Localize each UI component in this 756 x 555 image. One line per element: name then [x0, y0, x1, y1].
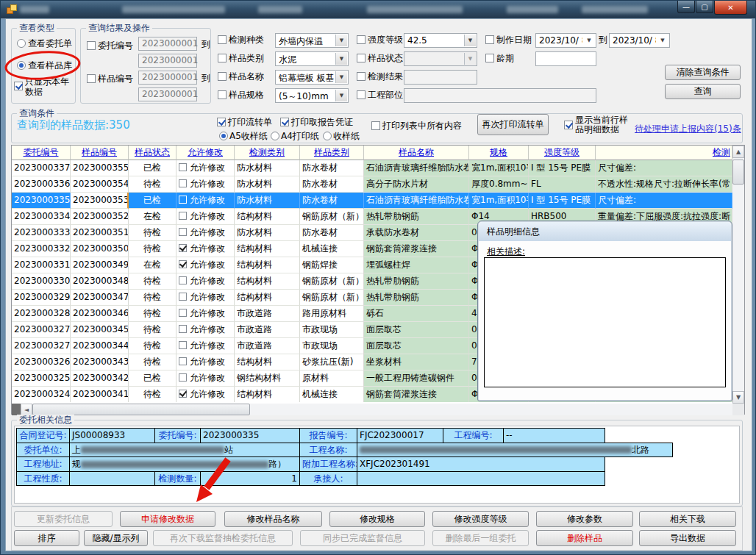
- allow-edit-checkbox[interactable]: [179, 325, 187, 333]
- checkbox-weituo-no[interactable]: [87, 41, 96, 50]
- cell-yplb[interactable]: 市政现场: [300, 322, 364, 338]
- cell-yangpin[interactable]: 2023000341: [71, 387, 129, 402]
- allow-edit-checkbox[interactable]: [179, 228, 187, 236]
- title-bar[interactable]: — ▢ ✕: [1, 1, 756, 18]
- cell-yangpin[interactable]: 2023000352: [71, 209, 129, 225]
- cell-yangpin[interactable]: 2023000353: [71, 193, 129, 209]
- cell-param[interactable]: 尺寸偏差:: [596, 160, 732, 176]
- table-row[interactable]: 20230003352023000353已检允许修改防水材料防水卷材石油沥青玻璃…: [12, 193, 732, 209]
- cell-allow[interactable]: 允许修改: [176, 354, 235, 370]
- checkbox-jiance-jieguo[interactable]: [357, 72, 365, 81]
- cell-name[interactable]: 承载防水卷材: [364, 225, 469, 241]
- allow-edit-checkbox[interactable]: [179, 309, 187, 317]
- table-row[interactable]: 20230003372023000355已检允许修改防水材料防水卷材石油沥青玻璃…: [12, 160, 732, 176]
- cell-yplb[interactable]: 钢筋原材（新）: [300, 290, 364, 306]
- cell-weituo[interactable]: 2023000334: [12, 209, 71, 225]
- cell-allow[interactable]: 允许修改: [176, 370, 235, 387]
- cell-yplb[interactable]: 砂浆抗压(新): [300, 354, 364, 370]
- cell-status[interactable]: 已检: [129, 193, 176, 209]
- checkbox-gongcheng-buwei[interactable]: [357, 90, 365, 99]
- checkbox-show-detail[interactable]: [564, 121, 573, 129]
- cell-name[interactable]: 坐浆材料: [364, 354, 469, 370]
- cell-status[interactable]: 已检: [129, 160, 176, 176]
- cell-jclb[interactable]: 结构材料: [235, 290, 300, 306]
- cell-name[interactable]: 一般工程用铸造碳钢件: [364, 370, 469, 387]
- cell-status[interactable]: 待检: [129, 354, 176, 370]
- cell-yangpin[interactable]: 2023000344: [71, 338, 129, 354]
- cell-yplb[interactable]: 钢筋原材（新）: [300, 273, 364, 290]
- cell-weituo[interactable]: 2023000329: [12, 290, 71, 306]
- cell-weituo[interactable]: 2023000337: [12, 160, 71, 176]
- input-yangpin-from[interactable]: 2023000001: [138, 71, 197, 85]
- cell-jclb[interactable]: 结构材料: [235, 387, 300, 402]
- column-header-grade[interactable]: 强度等级: [529, 146, 596, 160]
- cell-name[interactable]: 面层取芯: [364, 338, 469, 354]
- combo-yangpin-guige[interactable]: (5～10)mm▼: [275, 88, 349, 103]
- input-weituo-to[interactable]: 2023000001: [138, 54, 197, 68]
- cell-status[interactable]: 已检: [129, 370, 176, 387]
- cell-yangpin[interactable]: 2023000345: [71, 322, 129, 338]
- cell-jclb[interactable]: 钢结构材料: [235, 370, 300, 387]
- checkbox-yangpin-guige[interactable]: [218, 90, 227, 99]
- checkbox-yangpin-zhuangtai[interactable]: [357, 54, 365, 62]
- sample-detail-popup-title[interactable]: 样品明细信息: [479, 222, 731, 241]
- cell-status[interactable]: 待检: [129, 241, 176, 257]
- scroll-up-icon[interactable]: ▲: [732, 146, 744, 158]
- button-row2-6[interactable]: 删除样品: [536, 530, 633, 546]
- input-weituo-from[interactable]: 2023000001: [138, 37, 197, 51]
- cell-yplb[interactable]: 机械连接: [300, 387, 364, 402]
- cell-yangpin[interactable]: 2023000348: [71, 273, 129, 290]
- cell-weituo[interactable]: 2023000326: [12, 354, 71, 370]
- checkbox-only-this-year[interactable]: [14, 82, 23, 90]
- cell-jclb[interactable]: 结构材料: [235, 241, 300, 257]
- cell-param[interactable]: 尺寸偏差:: [596, 193, 732, 209]
- column-header-name[interactable]: 样品名称: [364, 146, 469, 160]
- cell-allow[interactable]: 允许修改: [176, 387, 235, 402]
- checkbox-print-all[interactable]: [371, 121, 380, 130]
- column-header-allow[interactable]: 允许修改: [176, 146, 235, 160]
- checkbox-print-liuzhuan[interactable]: [217, 118, 226, 126]
- radio-paper-a4[interactable]: [271, 132, 279, 140]
- cell-weituo[interactable]: 2023000335: [12, 193, 71, 209]
- cell-yangpin[interactable]: 2023000349: [71, 257, 129, 273]
- cell-yangpin[interactable]: 2023000350: [71, 241, 129, 257]
- cell-weituo[interactable]: 2023000327: [12, 322, 71, 338]
- allow-edit-checkbox[interactable]: [179, 293, 187, 301]
- vertical-scrollbar-thumb[interactable]: [732, 160, 744, 185]
- cell-name[interactable]: 砾石: [364, 306, 469, 322]
- datepicker-zhizuo-from[interactable]: 2023/10/ 8▼: [535, 33, 596, 48]
- radio-paper-shouyang[interactable]: [323, 132, 332, 140]
- input-jiance-jieguo[interactable]: [404, 70, 477, 85]
- allow-edit-checkbox[interactable]: [179, 244, 187, 252]
- column-header-spec[interactable]: 规格: [469, 146, 529, 160]
- cell-jclb[interactable]: 防水材料: [235, 160, 300, 176]
- cell-name[interactable]: 埋弧螺柱焊: [364, 257, 469, 273]
- close-button[interactable]: ✕: [714, 1, 747, 15]
- input-yangpin-to[interactable]: 2023000001: [138, 87, 197, 101]
- button-row1-6[interactable]: 修改参数: [536, 511, 633, 527]
- cell-weituo[interactable]: 2023000331: [12, 257, 71, 273]
- allow-edit-checkbox[interactable]: [179, 260, 187, 268]
- cell-allow[interactable]: 允许修改: [176, 273, 235, 290]
- cell-grade[interactable]: FL: [529, 176, 596, 193]
- chevron-down-icon[interactable]: ▼: [335, 90, 347, 101]
- column-header-yangpin[interactable]: 样品编号: [71, 146, 129, 160]
- cell-yangpin[interactable]: 2023000354: [71, 176, 129, 193]
- vertical-scrollbar[interactable]: ▲ ▼: [732, 146, 744, 404]
- cell-allow[interactable]: 允许修改: [176, 160, 235, 176]
- cell-spec[interactable]: 厚度0.8mm~1.0: [469, 176, 529, 193]
- scroll-down-icon[interactable]: ▼: [732, 391, 744, 404]
- chevron-down-icon[interactable]: ▼: [583, 35, 595, 46]
- button-row1-3[interactable]: 修改样品名称: [224, 511, 322, 527]
- pending-report-link[interactable]: 待处理申请上报内容(15)条: [635, 123, 741, 135]
- cell-status[interactable]: 待检: [129, 273, 176, 290]
- horizontal-scrollbar-thumb[interactable]: [32, 404, 250, 415]
- chevron-down-icon[interactable]: ▼: [335, 35, 347, 46]
- radio-paper-a5[interactable]: [219, 132, 228, 140]
- cell-jclb[interactable]: 市政道路: [235, 306, 300, 322]
- cell-yplb[interactable]: 路用原材料: [300, 306, 364, 322]
- allow-edit-checkbox[interactable]: [179, 212, 187, 220]
- checkbox-jiance-zhonglei[interactable]: [218, 35, 227, 44]
- cell-yangpin[interactable]: 2023000343: [71, 354, 129, 370]
- chevron-down-icon[interactable]: ▼: [335, 53, 347, 65]
